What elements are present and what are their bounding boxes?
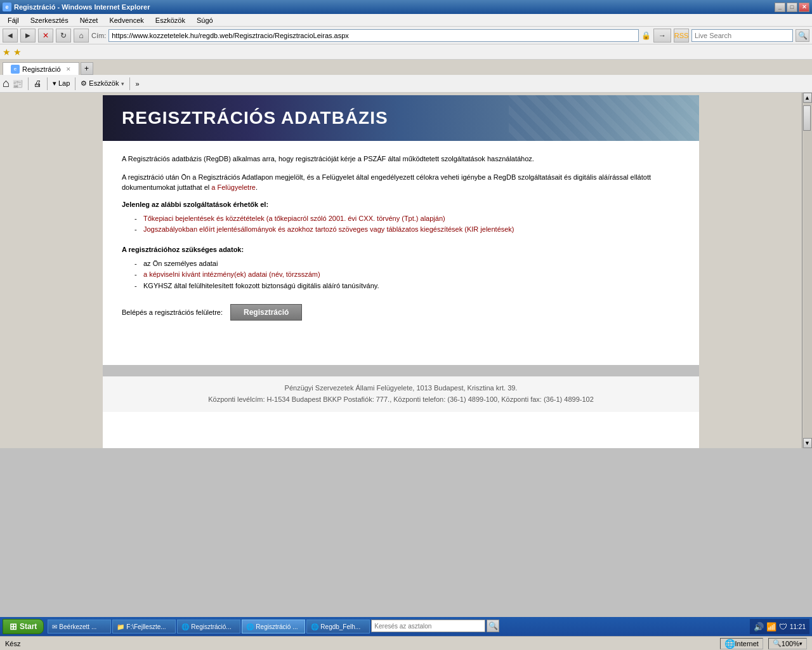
browser-content: REGISZTRÁCIÓS ADATBÁZIS A Regisztrációs …: [0, 93, 812, 448]
section2-header: A regisztrációhoz szükséges adatok:: [122, 246, 680, 253]
menu-bar: Fájl Szerkesztés Nézet Kedvencek Eszközö…: [0, 14, 812, 27]
bookmark-star-icon[interactable]: ★: [13, 47, 22, 57]
app-icon: e: [3, 3, 11, 11]
tab-label: Regisztráció: [22, 65, 61, 73]
login-row: Belépés a regisztrációs felületre: Regis…: [122, 304, 680, 321]
address-input[interactable]: [108, 29, 639, 42]
service-link-2[interactable]: Jogszabályokban előírt jelentésállományo…: [143, 225, 514, 233]
register-button[interactable]: Regisztráció: [230, 304, 302, 321]
footer-gray-bar: [103, 365, 699, 376]
new-tab-button[interactable]: +: [81, 62, 93, 75]
paragraph-2: A regisztráció után Ön a Regisztrációs A…: [122, 172, 680, 193]
services-list: Tőkepiaci bejelentések és közzétételek (…: [122, 213, 680, 235]
bookmarks-bar: ★ ★: [0, 44, 812, 60]
page-box: REGISZTRÁCIÓS ADATBÁZIS A Regisztrációs …: [103, 95, 699, 448]
tools-label[interactable]: ⚙ Eszközök: [81, 79, 119, 88]
close-button[interactable]: ✕: [799, 3, 809, 12]
menu-file[interactable]: Fájl: [3, 15, 24, 25]
separator: [28, 77, 29, 90]
forward-button[interactable]: ▶: [20, 29, 36, 43]
menu-favorites[interactable]: Kedvencek: [104, 15, 148, 25]
vertical-scrollbar[interactable]: ▲ ▼: [802, 93, 812, 448]
home-toolbar-icon[interactable]: ⌂: [3, 77, 10, 90]
address-label: Cím:: [91, 32, 106, 39]
banner-title: REGISZTRÁCIÓS ADATBÁZIS: [122, 108, 680, 128]
page-label[interactable]: ▾ Lap: [53, 79, 70, 88]
felugyeletre-link[interactable]: a Felügyeletre: [211, 183, 256, 191]
menu-edit[interactable]: Szerkesztés: [25, 15, 74, 25]
home-button[interactable]: ⌂: [74, 29, 89, 43]
section1-header: Jelenleg az alábbi szolgáltatások érhető…: [122, 201, 680, 208]
req-item-2: a képviselni kívánt intézmény(ek) adatai…: [134, 269, 680, 281]
paragraph-1: A Regisztrációs adatbázis (RegDB) alkalm…: [122, 154, 680, 164]
active-tab[interactable]: e Regisztráció ✕: [3, 62, 79, 75]
tab-close-button[interactable]: ✕: [66, 66, 71, 72]
page-banner: REGISZTRÁCIÓS ADATBÁZIS: [103, 95, 699, 141]
minimize-button[interactable]: _: [775, 3, 785, 12]
separator2: [47, 77, 48, 90]
search-button[interactable]: 🔍: [796, 29, 809, 42]
add-bookmark-icon[interactable]: ★: [3, 47, 11, 57]
menu-help[interactable]: Súgó: [192, 15, 218, 25]
req-item-3: KGYHSZ által felülhitelesített fokozott …: [134, 281, 680, 292]
service-link-1[interactable]: Tőkepiaci bejelentések és közzétételek (…: [143, 215, 445, 222]
tools-arrow: ▾: [121, 81, 124, 87]
toolbar: ⌂ 📰 🖨 ▾ Lap ⚙ Eszközök ▾ »: [0, 75, 812, 93]
footer-line1: Pénzügyi Szervezetek Állami Felügyelete,…: [109, 383, 693, 394]
title-bar: e Regisztráció - Windows Internet Explor…: [0, 0, 812, 14]
login-label: Belépés a regisztrációs felületre:: [122, 308, 223, 316]
tab-icon: e: [11, 65, 20, 74]
tab-bar: e Regisztráció ✕ +: [0, 60, 812, 75]
rss-button[interactable]: RSS: [674, 29, 689, 43]
maximize-button[interactable]: □: [787, 3, 797, 12]
separator3: [75, 77, 75, 90]
address-bar: ◀ ▶ ✕ ↻ ⌂ Cím: 🔒 → RSS 🔍: [0, 27, 812, 44]
extend-label[interactable]: »: [135, 80, 139, 88]
separator4: [129, 77, 130, 90]
menu-tools[interactable]: Eszközök: [150, 15, 190, 25]
refresh-button[interactable]: ↻: [56, 29, 71, 43]
print-toolbar-icon[interactable]: 🖨: [34, 79, 42, 88]
scroll-down-button[interactable]: ▼: [803, 438, 812, 448]
req-item-1: az Ön személyes adatai: [134, 258, 680, 270]
footer-content: Pénzügyi Szervezetek Állami Felügyelete,…: [103, 376, 699, 411]
service-item-2: Jogszabályokban előírt jelentésállományo…: [134, 224, 680, 235]
back-button[interactable]: ◀: [3, 29, 18, 43]
scroll-track: [803, 103, 812, 438]
window-controls[interactable]: _ □ ✕: [775, 3, 809, 12]
content-area: A Regisztrációs adatbázis (RegDB) alkalm…: [103, 141, 699, 340]
footer-line2: Központi levélcím: H-1534 Budapest BKKP …: [109, 394, 693, 406]
service-item-1: Tőkepiaci bejelentések és közzétételek (…: [134, 213, 680, 225]
requirements-list: az Ön személyes adatai a képviselni kívá…: [122, 258, 680, 292]
menu-view[interactable]: Nézet: [75, 15, 103, 25]
scroll-thumb[interactable]: [803, 105, 811, 131]
search-input[interactable]: [691, 29, 793, 42]
rss-toolbar-icon[interactable]: 📰: [12, 79, 23, 89]
window-title: Regisztráció - Windows Internet Explorer: [14, 3, 150, 11]
stop-button[interactable]: ✕: [38, 29, 53, 43]
page-area: REGISZTRÁCIÓS ADATBÁZIS A Regisztrációs …: [0, 93, 802, 448]
ssl-lock-icon: 🔒: [641, 31, 651, 40]
req-link-2[interactable]: a képviselni kívánt intézmény(ek) adatai…: [143, 270, 320, 278]
go-button[interactable]: →: [653, 29, 671, 43]
scroll-up-button[interactable]: ▲: [803, 93, 812, 103]
